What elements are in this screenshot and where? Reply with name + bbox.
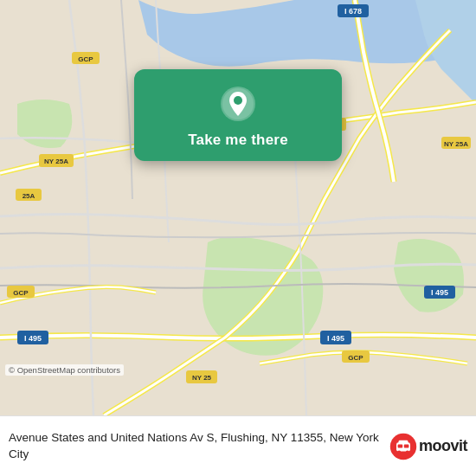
svg-text:NY 25: NY 25 [192,374,212,382]
svg-text:I 678: I 678 [344,7,362,16]
moovit-wordmark: moovit [419,437,467,455]
svg-text:GCP: GCP [78,55,93,63]
take-me-there-popup[interactable]: Take me there [134,69,342,161]
osm-attribution: © OpenStreetMap contributors [5,364,124,376]
svg-text:GCP: GCP [348,354,363,362]
svg-text:25A: 25A [23,192,35,200]
svg-rect-37 [404,444,409,447]
svg-rect-36 [398,444,403,447]
svg-point-34 [397,450,401,453]
bottom-bar: Avenue States and United Nations Av S, F… [0,415,476,476]
address-text: Avenue States and United Nations Av S, F… [9,430,389,461]
take-me-there-label: Take me there [188,132,288,149]
moovit-logo: moovit [389,433,467,460]
map-container: I 495 I 495 NY 25A NY 25A NY 25 I 678 [0,0,476,415]
map-svg: I 495 I 495 NY 25A NY 25A NY 25 I 678 [0,0,476,415]
svg-text:NY 25A: NY 25A [44,158,68,165]
svg-point-30 [234,96,242,105]
svg-text:I 495: I 495 [327,334,344,343]
svg-text:NY 25A: NY 25A [444,140,468,148]
attribution-text: © OpenStreetMap contributors [9,365,120,375]
moovit-icon [389,433,417,460]
svg-rect-33 [398,440,408,443]
svg-point-35 [406,450,409,453]
svg-text:I 495: I 495 [431,288,448,297]
map-pin-icon [219,85,257,123]
svg-text:I 495: I 495 [24,334,42,343]
svg-text:GCP: GCP [13,289,29,297]
